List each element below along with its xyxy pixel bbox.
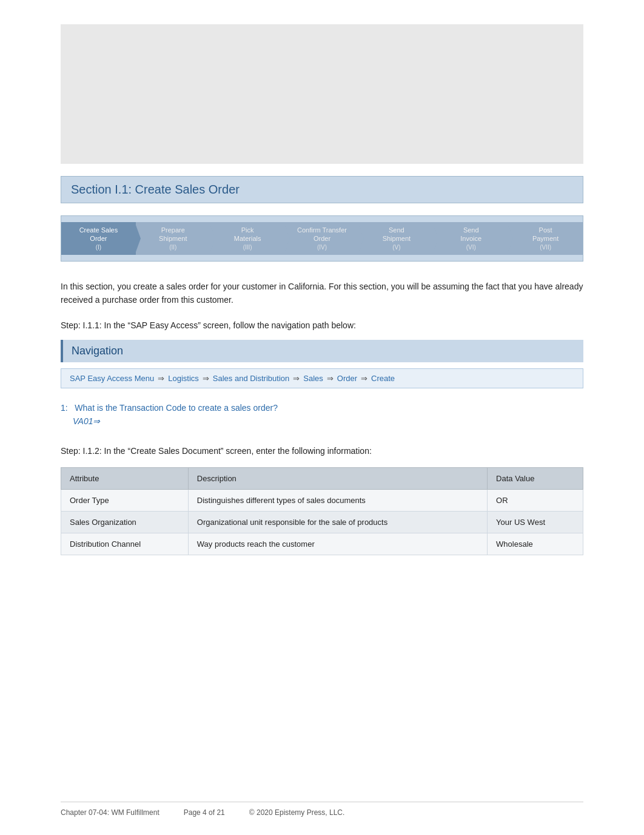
table-row: Sales Organization Organizational unit r…	[61, 512, 583, 533]
qa-question: 1: What is the Transaction Code to creat…	[61, 403, 583, 413]
col-header-datavalue: Data Value	[488, 468, 583, 490]
step-2-label: PrepareShipment	[159, 226, 187, 243]
flow-step-5: SendShipment (V)	[359, 222, 434, 255]
step-3-roman: (III)	[243, 243, 252, 251]
breadcrumb-item-6: Create	[371, 374, 395, 383]
step-1-roman: (I)	[96, 243, 101, 251]
qa-section: 1: What is the Transaction Code to creat…	[61, 403, 583, 426]
step-1-label: Create SalesOrder	[79, 226, 118, 243]
process-flow: Create SalesOrder (I) PrepareShipment (I…	[61, 215, 583, 262]
step-4-roman: (IV)	[317, 243, 327, 251]
flow-step-1: Create SalesOrder (I)	[61, 222, 136, 255]
sep-4: ⇒	[327, 374, 334, 383]
breadcrumb-item-3: Sales and Distribution	[213, 374, 289, 383]
col-header-description: Description	[188, 468, 487, 490]
row2-datavalue: Your US West	[488, 512, 583, 533]
flow-step-3: PickMaterials (III)	[210, 222, 285, 255]
footer: Chapter 07-04: WM Fulfillment Page 4 of …	[61, 802, 583, 817]
table-row: Order Type Distinguishes different types…	[61, 490, 583, 512]
breadcrumb-item-1: SAP Easy Access Menu	[70, 374, 154, 383]
step-5-roman: (V)	[392, 243, 400, 251]
step-6-label: SendInvoice	[460, 226, 481, 243]
table-header-row: Attribute Description Data Value	[61, 468, 583, 490]
sep-1: ⇒	[158, 374, 164, 383]
top-image-area	[61, 24, 583, 164]
step-1-1-label: Step: I.1.1: In the “SAP Easy Access” sc…	[61, 319, 583, 332]
row2-attribute: Sales Organization	[61, 512, 189, 533]
body-text: In this section, you create a sales orde…	[61, 280, 583, 307]
section-header: Section I.1: Create Sales Order	[61, 176, 583, 203]
breadcrumb-item-5: Order	[337, 374, 357, 383]
qa-answer: VA01⇒	[73, 416, 583, 426]
breadcrumb-item-4: Sales	[303, 374, 323, 383]
flow-step-4: Confirm TransferOrder (IV)	[285, 222, 360, 255]
flow-step-6: SendInvoice (VI)	[434, 222, 508, 255]
footer-copyright: © 2020 Epistemy Press, LLC.	[249, 808, 345, 817]
section-title: Section I.1: Create Sales Order	[71, 183, 573, 197]
qa-question-text: What is the Transaction Code to create a…	[75, 403, 278, 413]
row1-datavalue: OR	[488, 490, 583, 512]
step-7-label: PostPayment	[532, 226, 558, 243]
step-6-roman: (VI)	[466, 243, 476, 251]
row3-description: Way products reach the customer	[188, 533, 487, 555]
footer-chapter: Chapter 07-04: WM Fulfillment	[61, 808, 159, 817]
step-2-roman: (II)	[169, 243, 176, 251]
flow-step-2: PrepareShipment (II)	[136, 222, 210, 255]
col-header-attribute: Attribute	[61, 468, 189, 490]
step-5-label: SendShipment	[383, 226, 411, 243]
step-7-roman: (VII)	[540, 243, 551, 251]
flow-step-7: PostPayment (VII)	[508, 222, 583, 255]
sep-2: ⇒	[203, 374, 209, 383]
qa-number: 1:	[61, 403, 68, 413]
sep-3: ⇒	[293, 374, 300, 383]
row3-attribute: Distribution Channel	[61, 533, 189, 555]
breadcrumb-item-2: Logistics	[168, 374, 199, 383]
data-table: Attribute Description Data Value Order T…	[61, 467, 583, 555]
row1-attribute: Order Type	[61, 490, 189, 512]
step-3-label: PickMaterials	[234, 226, 261, 243]
row2-description: Organizational unit responsible for the …	[188, 512, 487, 533]
row1-description: Distinguishes different types of sales d…	[188, 490, 487, 512]
sep-5: ⇒	[361, 374, 367, 383]
nav-breadcrumb: SAP Easy Access Menu ⇒ Logistics ⇒ Sales…	[61, 368, 583, 388]
nav-section-title: Navigation	[72, 345, 575, 357]
step-1-2-label: Step: I.1.2: In the “Create Sales Docume…	[61, 444, 583, 458]
row3-datavalue: Wholesale	[488, 533, 583, 555]
step-4-label: Confirm TransferOrder	[297, 226, 347, 243]
table-row: Distribution Channel Way products reach …	[61, 533, 583, 555]
footer-page: Page 4 of 21	[184, 808, 225, 817]
page: Section I.1: Create Sales Order Create S…	[0, 0, 644, 835]
nav-section-header: Navigation	[61, 340, 583, 362]
